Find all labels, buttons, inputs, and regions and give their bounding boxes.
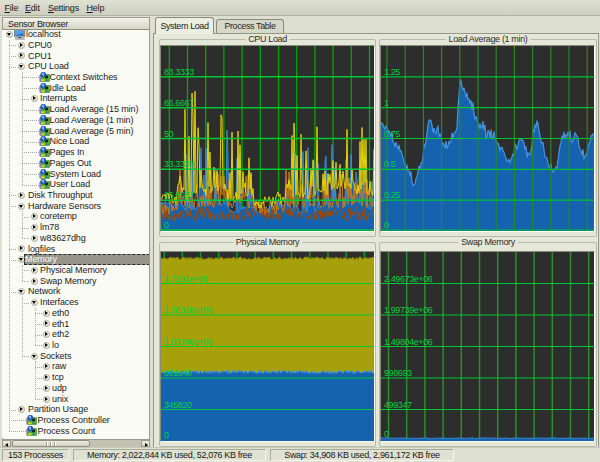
svg-text:1.03746e+06: 1.03746e+06 — [164, 337, 213, 347]
svg-text:33.3333: 33.3333 — [164, 159, 194, 169]
svg-text:66.6667: 66.6667 — [164, 98, 194, 108]
svg-text:1.25: 1.25 — [384, 67, 400, 77]
svg-text:691640: 691640 — [164, 368, 192, 378]
svg-text:499347: 499347 — [384, 400, 412, 410]
svg-text:345820: 345820 — [164, 400, 192, 410]
svg-text:998693: 998693 — [384, 368, 412, 378]
svg-text:0.75: 0.75 — [384, 129, 400, 139]
svg-text:1.49804e+06: 1.49804e+06 — [384, 337, 433, 347]
svg-text:1: 1 — [384, 98, 389, 108]
svg-text:1.99739e+06: 1.99739e+06 — [384, 305, 433, 315]
svg-text:2.49673e+06: 2.49673e+06 — [384, 274, 433, 284]
svg-text:16.6667: 16.6667 — [164, 190, 194, 200]
svg-text:0: 0 — [164, 430, 169, 440]
svg-text:0: 0 — [384, 220, 389, 230]
svg-text:0.25: 0.25 — [384, 190, 400, 200]
svg-text:1.7291e+06: 1.7291e+06 — [164, 274, 208, 284]
svg-text:83.3333: 83.3333 — [164, 67, 194, 77]
svg-text:0.5: 0.5 — [384, 159, 396, 169]
svg-text:50: 50 — [164, 129, 174, 139]
svg-text:0: 0 — [384, 429, 389, 439]
svg-text:1.38328e+06: 1.38328e+06 — [164, 305, 213, 315]
svg-text:0: 0 — [164, 220, 169, 230]
